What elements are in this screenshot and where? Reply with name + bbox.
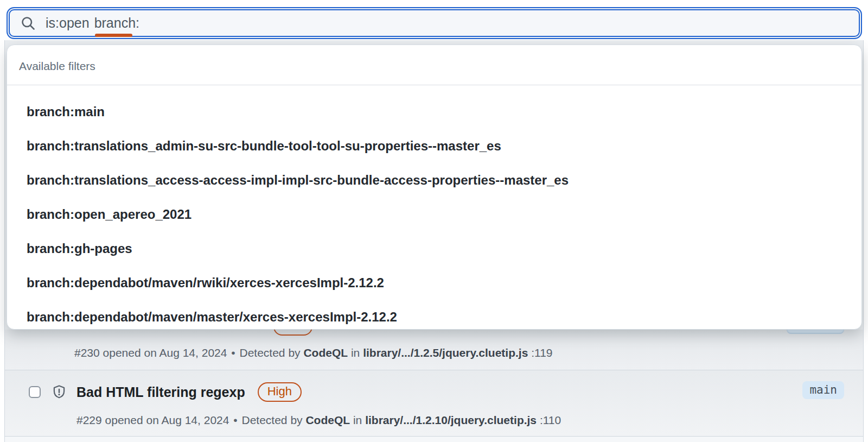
tool-name: CodeQL [303,346,348,359]
line-number: :110 [540,414,561,426]
alert-title[interactable]: Bad HTML filtering regexp [76,384,245,400]
in-text: in [353,414,362,426]
alert-row-header: Bad HTML filtering regexp High [29,380,302,404]
detected-by-text: Detected by [240,346,301,359]
search-icon [20,15,36,31]
filter-suggestion-branch-translations-access[interactable]: branch:translations_access-access-impl-i… [7,163,861,197]
in-text: in [351,346,360,359]
filter-suggestions-dropdown: Available filters branch:main branch:tra… [7,45,862,330]
query-branch-token-text: branch: [94,15,139,30]
file-path[interactable]: library/.../1.2.10/jquery.cluetip.js [365,414,537,426]
severity-badge: High [258,382,302,402]
alert-meta: #230 opened on Aug 14, 2024 • Detected b… [74,346,553,359]
alert-row[interactable]: Bad HTML filtering regexp High main #229… [5,370,863,436]
alert-opened-text: #230 opened on Aug 14, 2024 [74,346,227,359]
suggestions-list: branch:main branch:translations_admin-su… [7,94,861,330]
search-input[interactable]: is:open branch: [7,7,862,39]
branch-badge[interactable]: main [802,381,844,399]
file-path[interactable]: library/.../1.2.5/jquery.cluetip.js [363,346,528,359]
filter-suggestion-branch-gh-pages[interactable]: branch:gh-pages [7,231,861,266]
meta-separator: • [231,346,235,359]
filter-suggestion-branch-open-apereo[interactable]: branch:open_apereo_2021 [7,197,861,231]
query-branch-token: branch: [94,15,139,31]
token-underline [95,34,132,37]
tool-name: CodeQL [305,414,350,426]
suggestions-divider [7,85,861,85]
filter-suggestion-branch-translations-admin[interactable]: branch:translations_admin-su-src-bundle-… [7,129,861,163]
alert-checkbox[interactable] [29,386,41,398]
next-row-edge [5,437,863,442]
filter-suggestion-branch-dependabot-rwiki[interactable]: branch:dependabot/maven/rwiki/xerces-xer… [7,266,861,300]
detected-by-text: Detected by [242,414,303,426]
search-query: is:open branch: [46,15,139,31]
alert-row-partial[interactable]: #230 opened on Aug 14, 2024 • Detected b… [5,330,863,370]
shield-alert-icon [52,384,67,400]
filter-suggestion-branch-main[interactable]: branch:main [7,94,861,129]
line-number: :119 [531,346,552,359]
filter-suggestion-branch-dependabot-master[interactable]: branch:dependabot/maven/master/xerces-xe… [7,300,861,330]
suggestions-header: Available filters [19,60,861,73]
query-prefix: is:open [46,15,90,31]
alert-opened-text: #229 opened on Aug 14, 2024 [76,414,229,426]
alert-meta: #229 opened on Aug 14, 2024 • Detected b… [76,414,561,427]
code-scanning-alerts-page: #230 opened on Aug 14, 2024 • Detected b… [0,0,868,442]
meta-separator: • [233,414,237,426]
